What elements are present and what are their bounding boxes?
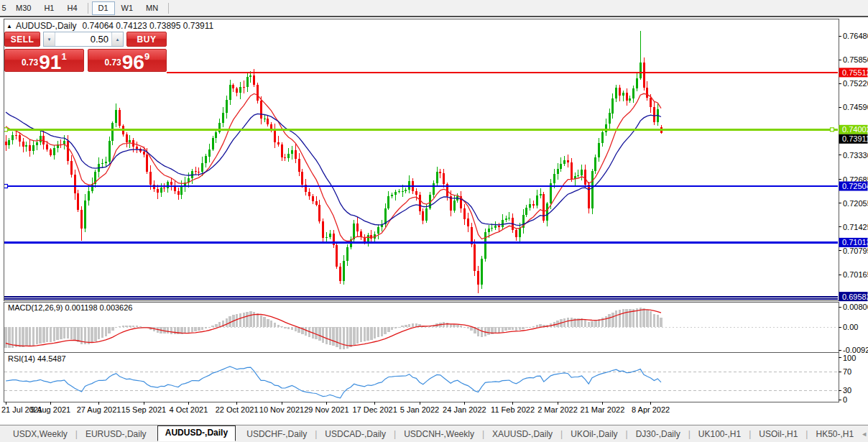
- tab-usdx-weekly[interactable]: USDX,Weekly: [6, 427, 75, 441]
- tab-separator: |: [805, 429, 808, 439]
- tab-separator: |: [749, 429, 751, 439]
- svg-text:0.72504: 0.72504: [842, 182, 868, 190]
- tab-ukoil-daily[interactable]: UKOil-,Daily: [563, 427, 624, 441]
- svg-text:5 Jan 2022: 5 Jan 2022: [400, 405, 439, 414]
- svg-text:15 Sep 2021: 15 Sep 2021: [121, 405, 166, 414]
- buy-button[interactable]: BUY: [126, 32, 167, 47]
- volume-input[interactable]: [55, 32, 111, 46]
- timeframe-button-w1[interactable]: W1: [115, 1, 140, 15]
- down-arrow-icon: ▼: [47, 37, 52, 42]
- tab-uk100-h1[interactable]: UK100-,H1: [691, 427, 748, 441]
- svg-text:0.75850: 0.75850: [843, 55, 868, 64]
- tab-dj30-daily[interactable]: DJ30-,Daily: [629, 427, 688, 441]
- pane-borders: [4, 19, 839, 402]
- tab-scroll-arrows: ◄►: [861, 431, 868, 438]
- svg-text:0.70795: 0.70795: [843, 247, 868, 255]
- chart-window: MACD(12,26,9) 0.001198 0.003626RSI(14) 4…: [0, 16, 868, 442]
- svg-text:0.73911: 0.73911: [842, 134, 868, 143]
- volume-increase-button[interactable]: ▲: [111, 32, 123, 46]
- toolbar-separator: [88, 3, 88, 14]
- svg-text:0.73330: 0.73330: [843, 151, 868, 160]
- level-line-handle[interactable]: [4, 128, 8, 132]
- svg-text:0.75220: 0.75220: [843, 79, 868, 88]
- svg-text:0.70165: 0.70165: [843, 270, 868, 279]
- level-line-handle[interactable]: [831, 128, 834, 132]
- svg-text:0.74590: 0.74590: [843, 103, 868, 111]
- tab-separator: |: [75, 429, 78, 439]
- price-axis[interactable]: 0.764800.758500.752200.745900.733300.726…: [839, 32, 868, 404]
- up-arrow-icon: ▲: [116, 37, 120, 42]
- buy-price-prefix: 0.73: [104, 57, 121, 68]
- svg-text:0.69582: 0.69582: [842, 293, 868, 301]
- volume-decrease-button[interactable]: ▼: [44, 32, 55, 46]
- sell-price-display[interactable]: 0.73 91 1: [4, 49, 84, 72]
- tab-xauusd-daily[interactable]: XAUUSD-,Daily: [485, 427, 560, 441]
- timeframe-toolbar: 5M30H1H4D1W1MN: [0, 0, 868, 17]
- svg-text:0.74002: 0.74002: [842, 125, 868, 134]
- svg-text:11 Feb 2022: 11 Feb 2022: [491, 405, 535, 414]
- svg-text:2 Mar 2022: 2 Mar 2022: [537, 405, 578, 414]
- sell-button[interactable]: SELL: [4, 32, 40, 47]
- chart-tab-bar: USDX,Weekly|EURUSD-,Daily|AUDUSD-,Daily|…: [0, 425, 868, 442]
- timeframe-button-d1[interactable]: D1: [92, 1, 115, 15]
- tab-usoil-h1[interactable]: USOil-,H1: [752, 427, 805, 441]
- svg-text:24 Jan 2022: 24 Jan 2022: [443, 405, 486, 414]
- svg-text:0.00: 0.00: [843, 323, 858, 331]
- svg-text:22 Oct 2021: 22 Oct 2021: [216, 405, 259, 414]
- svg-text:4 Oct 2021: 4 Oct 2021: [169, 405, 208, 414]
- tab-eurusd-daily[interactable]: EURUSD-,Daily: [78, 427, 154, 441]
- timeframe-button-h1[interactable]: H1: [37, 1, 60, 15]
- tab-separator: |: [626, 429, 628, 439]
- buy-price-pips: 96: [122, 55, 144, 70]
- svg-text:8 Apr 2022: 8 Apr 2022: [632, 405, 670, 414]
- svg-text:0.71013: 0.71013: [842, 238, 868, 247]
- svg-text:21 Mar 2022: 21 Mar 2022: [581, 405, 625, 414]
- chart-canvas[interactable]: MACD(12,26,9) 0.001198 0.003626RSI(14) 4…: [0, 17, 868, 442]
- tab-usdcnh-weekly[interactable]: USDCNH-,Weekly: [397, 427, 481, 441]
- horizontal-level-lines: [4, 73, 839, 299]
- tab-usdchf-daily[interactable]: USDCHF-,Daily: [239, 427, 314, 441]
- timeframe-button-5[interactable]: 5: [0, 1, 9, 15]
- tab-separator: |: [315, 429, 317, 439]
- macd-label: MACD(12,26,9) 0.001198 0.003626: [8, 303, 132, 312]
- svg-text:9 Aug 2021: 9 Aug 2021: [31, 405, 71, 414]
- sell-price-pips: 91: [39, 55, 61, 70]
- svg-text:0: 0: [843, 395, 847, 404]
- tab-separator: |: [688, 429, 691, 439]
- svg-text:0.71425: 0.71425: [843, 223, 868, 231]
- svg-text:29 Nov 2021: 29 Nov 2021: [304, 405, 348, 414]
- tab-separator: |: [560, 429, 563, 439]
- chart-ohlc-values: 0.74064 0.74123 0.73895 0.73911: [83, 21, 214, 31]
- time-axis[interactable]: 21 Jul 20219 Aug 202127 Aug 202115 Sep 2…: [1, 402, 670, 414]
- volume-spinner: ▼ ▲: [43, 32, 124, 47]
- chart-title: ▲AUDUSD-,Daily0.74064 0.74123 0.73895 0.…: [6, 21, 213, 31]
- svg-text:0.76480: 0.76480: [843, 32, 868, 40]
- svg-text:0.75512: 0.75512: [842, 68, 868, 77]
- timeframe-button-h4[interactable]: H4: [60, 1, 83, 15]
- level-line-handle[interactable]: [4, 185, 8, 188]
- macd-pane: [4, 308, 838, 349]
- macd-histogram: [4, 308, 662, 349]
- tab-separator: |: [482, 429, 484, 439]
- svg-text:0.008061: 0.008061: [843, 303, 868, 311]
- sell-price-pipette: 1: [61, 51, 66, 62]
- collapse-panel-arrow-icon[interactable]: ▲: [6, 23, 12, 29]
- svg-text:100: 100: [843, 354, 856, 362]
- tab-audusd-daily[interactable]: AUDUSD-,Daily: [157, 425, 236, 441]
- toolbar-separator: [168, 3, 169, 14]
- rsi-pane: [4, 367, 838, 398]
- tab-separator: |: [394, 429, 396, 439]
- svg-text:30: 30: [843, 386, 851, 395]
- buy-price-pipette: 9: [144, 51, 149, 62]
- rsi-label: RSI(14) 44.5487: [8, 354, 66, 363]
- svg-text:10 Nov 2021: 10 Nov 2021: [259, 405, 304, 414]
- tab-hk50-h1[interactable]: HK50-,H1: [808, 427, 861, 441]
- buy-price-display[interactable]: 0.73 96 9: [88, 49, 167, 72]
- svg-text:70: 70: [843, 367, 851, 376]
- tab-usdcad-daily[interactable]: USDCAD-,Daily: [318, 427, 393, 441]
- svg-text:27 Aug 2021: 27 Aug 2021: [77, 405, 121, 414]
- timeframe-button-m30[interactable]: M30: [9, 1, 37, 15]
- tab-scroll-left-icon[interactable]: ◄: [861, 431, 867, 438]
- sell-price-prefix: 0.73: [22, 57, 38, 68]
- timeframe-button-mn[interactable]: MN: [139, 1, 165, 15]
